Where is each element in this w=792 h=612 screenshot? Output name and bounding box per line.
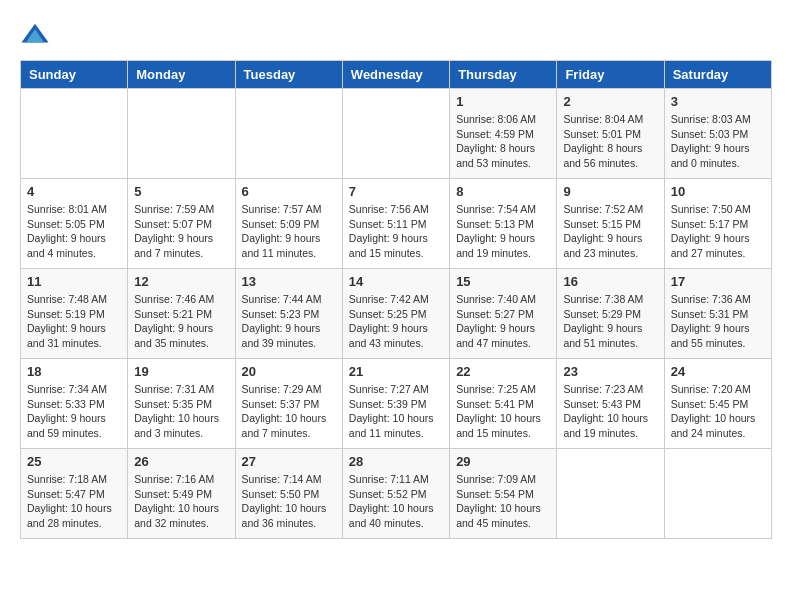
- day-info: Sunrise: 7:09 AM Sunset: 5:54 PM Dayligh…: [456, 472, 550, 531]
- calendar-cell: 19Sunrise: 7:31 AM Sunset: 5:35 PM Dayli…: [128, 359, 235, 449]
- calendar-cell: 16Sunrise: 7:38 AM Sunset: 5:29 PM Dayli…: [557, 269, 664, 359]
- day-info: Sunrise: 7:20 AM Sunset: 5:45 PM Dayligh…: [671, 382, 765, 441]
- day-info: Sunrise: 8:03 AM Sunset: 5:03 PM Dayligh…: [671, 112, 765, 171]
- day-info: Sunrise: 7:36 AM Sunset: 5:31 PM Dayligh…: [671, 292, 765, 351]
- header-cell-monday: Monday: [128, 61, 235, 89]
- day-info: Sunrise: 7:50 AM Sunset: 5:17 PM Dayligh…: [671, 202, 765, 261]
- day-info: Sunrise: 7:18 AM Sunset: 5:47 PM Dayligh…: [27, 472, 121, 531]
- calendar-cell: 23Sunrise: 7:23 AM Sunset: 5:43 PM Dayli…: [557, 359, 664, 449]
- day-info: Sunrise: 8:06 AM Sunset: 4:59 PM Dayligh…: [456, 112, 550, 171]
- day-info: Sunrise: 7:25 AM Sunset: 5:41 PM Dayligh…: [456, 382, 550, 441]
- day-info: Sunrise: 7:52 AM Sunset: 5:15 PM Dayligh…: [563, 202, 657, 261]
- calendar-cell: 5Sunrise: 7:59 AM Sunset: 5:07 PM Daylig…: [128, 179, 235, 269]
- day-info: Sunrise: 7:38 AM Sunset: 5:29 PM Dayligh…: [563, 292, 657, 351]
- calendar-cell: 3Sunrise: 8:03 AM Sunset: 5:03 PM Daylig…: [664, 89, 771, 179]
- calendar-cell: 20Sunrise: 7:29 AM Sunset: 5:37 PM Dayli…: [235, 359, 342, 449]
- calendar-cell: 12Sunrise: 7:46 AM Sunset: 5:21 PM Dayli…: [128, 269, 235, 359]
- day-info: Sunrise: 7:44 AM Sunset: 5:23 PM Dayligh…: [242, 292, 336, 351]
- calendar-cell: [557, 449, 664, 539]
- page-header: [20, 20, 772, 50]
- calendar-cell: 7Sunrise: 7:56 AM Sunset: 5:11 PM Daylig…: [342, 179, 449, 269]
- day-number: 15: [456, 274, 550, 289]
- day-info: Sunrise: 7:16 AM Sunset: 5:49 PM Dayligh…: [134, 472, 228, 531]
- calendar-cell: 27Sunrise: 7:14 AM Sunset: 5:50 PM Dayli…: [235, 449, 342, 539]
- calendar-cell: 8Sunrise: 7:54 AM Sunset: 5:13 PM Daylig…: [450, 179, 557, 269]
- day-number: 26: [134, 454, 228, 469]
- calendar-cell: 28Sunrise: 7:11 AM Sunset: 5:52 PM Dayli…: [342, 449, 449, 539]
- week-row-2: 11Sunrise: 7:48 AM Sunset: 5:19 PM Dayli…: [21, 269, 772, 359]
- logo-icon: [20, 20, 50, 50]
- day-number: 16: [563, 274, 657, 289]
- calendar-cell: [664, 449, 771, 539]
- day-number: 14: [349, 274, 443, 289]
- day-info: Sunrise: 7:56 AM Sunset: 5:11 PM Dayligh…: [349, 202, 443, 261]
- calendar-cell: [342, 89, 449, 179]
- calendar-header: SundayMondayTuesdayWednesdayThursdayFrid…: [21, 61, 772, 89]
- day-number: 29: [456, 454, 550, 469]
- day-info: Sunrise: 7:27 AM Sunset: 5:39 PM Dayligh…: [349, 382, 443, 441]
- day-info: Sunrise: 7:11 AM Sunset: 5:52 PM Dayligh…: [349, 472, 443, 531]
- day-number: 5: [134, 184, 228, 199]
- day-number: 2: [563, 94, 657, 109]
- calendar-cell: 6Sunrise: 7:57 AM Sunset: 5:09 PM Daylig…: [235, 179, 342, 269]
- header-cell-thursday: Thursday: [450, 61, 557, 89]
- day-info: Sunrise: 7:54 AM Sunset: 5:13 PM Dayligh…: [456, 202, 550, 261]
- day-info: Sunrise: 7:29 AM Sunset: 5:37 PM Dayligh…: [242, 382, 336, 441]
- day-number: 7: [349, 184, 443, 199]
- day-number: 18: [27, 364, 121, 379]
- header-cell-sunday: Sunday: [21, 61, 128, 89]
- day-number: 23: [563, 364, 657, 379]
- calendar-cell: 4Sunrise: 8:01 AM Sunset: 5:05 PM Daylig…: [21, 179, 128, 269]
- logo: [20, 20, 54, 50]
- calendar-cell: 11Sunrise: 7:48 AM Sunset: 5:19 PM Dayli…: [21, 269, 128, 359]
- calendar-cell: 22Sunrise: 7:25 AM Sunset: 5:41 PM Dayli…: [450, 359, 557, 449]
- calendar-cell: 15Sunrise: 7:40 AM Sunset: 5:27 PM Dayli…: [450, 269, 557, 359]
- day-info: Sunrise: 7:31 AM Sunset: 5:35 PM Dayligh…: [134, 382, 228, 441]
- day-number: 21: [349, 364, 443, 379]
- day-info: Sunrise: 7:59 AM Sunset: 5:07 PM Dayligh…: [134, 202, 228, 261]
- calendar-cell: [21, 89, 128, 179]
- calendar-cell: 13Sunrise: 7:44 AM Sunset: 5:23 PM Dayli…: [235, 269, 342, 359]
- day-number: 28: [349, 454, 443, 469]
- day-info: Sunrise: 7:23 AM Sunset: 5:43 PM Dayligh…: [563, 382, 657, 441]
- calendar-cell: [235, 89, 342, 179]
- day-number: 8: [456, 184, 550, 199]
- calendar-cell: [128, 89, 235, 179]
- day-number: 1: [456, 94, 550, 109]
- day-number: 12: [134, 274, 228, 289]
- day-number: 3: [671, 94, 765, 109]
- calendar-cell: 2Sunrise: 8:04 AM Sunset: 5:01 PM Daylig…: [557, 89, 664, 179]
- day-info: Sunrise: 7:46 AM Sunset: 5:21 PM Dayligh…: [134, 292, 228, 351]
- day-info: Sunrise: 7:48 AM Sunset: 5:19 PM Dayligh…: [27, 292, 121, 351]
- day-number: 4: [27, 184, 121, 199]
- header-cell-saturday: Saturday: [664, 61, 771, 89]
- calendar-cell: 1Sunrise: 8:06 AM Sunset: 4:59 PM Daylig…: [450, 89, 557, 179]
- header-cell-tuesday: Tuesday: [235, 61, 342, 89]
- day-number: 9: [563, 184, 657, 199]
- day-number: 20: [242, 364, 336, 379]
- week-row-4: 25Sunrise: 7:18 AM Sunset: 5:47 PM Dayli…: [21, 449, 772, 539]
- calendar-cell: 21Sunrise: 7:27 AM Sunset: 5:39 PM Dayli…: [342, 359, 449, 449]
- day-number: 19: [134, 364, 228, 379]
- day-info: Sunrise: 7:14 AM Sunset: 5:50 PM Dayligh…: [242, 472, 336, 531]
- day-info: Sunrise: 8:04 AM Sunset: 5:01 PM Dayligh…: [563, 112, 657, 171]
- day-info: Sunrise: 8:01 AM Sunset: 5:05 PM Dayligh…: [27, 202, 121, 261]
- calendar-cell: 29Sunrise: 7:09 AM Sunset: 5:54 PM Dayli…: [450, 449, 557, 539]
- day-number: 27: [242, 454, 336, 469]
- calendar-cell: 10Sunrise: 7:50 AM Sunset: 5:17 PM Dayli…: [664, 179, 771, 269]
- day-number: 25: [27, 454, 121, 469]
- day-number: 24: [671, 364, 765, 379]
- calendar-body: 1Sunrise: 8:06 AM Sunset: 4:59 PM Daylig…: [21, 89, 772, 539]
- day-number: 10: [671, 184, 765, 199]
- day-number: 22: [456, 364, 550, 379]
- day-info: Sunrise: 7:40 AM Sunset: 5:27 PM Dayligh…: [456, 292, 550, 351]
- week-row-3: 18Sunrise: 7:34 AM Sunset: 5:33 PM Dayli…: [21, 359, 772, 449]
- calendar-cell: 14Sunrise: 7:42 AM Sunset: 5:25 PM Dayli…: [342, 269, 449, 359]
- header-cell-friday: Friday: [557, 61, 664, 89]
- calendar-cell: 18Sunrise: 7:34 AM Sunset: 5:33 PM Dayli…: [21, 359, 128, 449]
- day-info: Sunrise: 7:57 AM Sunset: 5:09 PM Dayligh…: [242, 202, 336, 261]
- header-row: SundayMondayTuesdayWednesdayThursdayFrid…: [21, 61, 772, 89]
- calendar-cell: 9Sunrise: 7:52 AM Sunset: 5:15 PM Daylig…: [557, 179, 664, 269]
- calendar-cell: 17Sunrise: 7:36 AM Sunset: 5:31 PM Dayli…: [664, 269, 771, 359]
- week-row-1: 4Sunrise: 8:01 AM Sunset: 5:05 PM Daylig…: [21, 179, 772, 269]
